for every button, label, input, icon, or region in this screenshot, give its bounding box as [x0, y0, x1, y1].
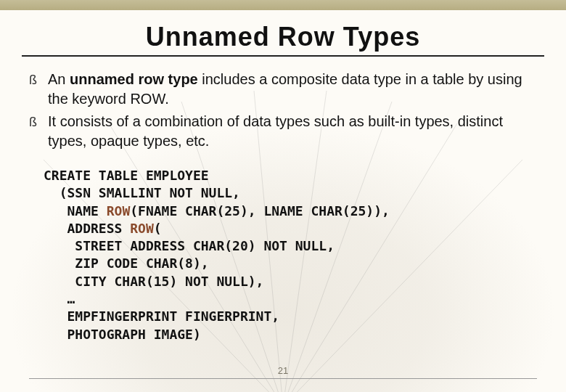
title-underline	[22, 55, 544, 57]
page-number: 21	[0, 365, 566, 376]
bullet-list: ß An unnamed row type includes a composi…	[22, 70, 544, 151]
bullet-arrow-icon: ß	[29, 71, 37, 89]
bullet-item: ß It consists of a combination of data t…	[29, 112, 537, 151]
bullet-text: It consists of a combination of data typ…	[48, 113, 503, 149]
bottom-rule	[29, 378, 537, 379]
code-block: CREATE TABLE EMPLOYEE (SSN SMALLINT NOT …	[22, 167, 544, 343]
bullet-arrow-icon: ß	[29, 113, 37, 131]
slide-content: Unnamed Row Types ß An unnamed row type …	[0, 0, 566, 343]
bullet-item: ß An unnamed row type includes a composi…	[29, 70, 537, 109]
bullet-text: An unnamed row type includes a composite…	[48, 71, 522, 107]
slide-title: Unnamed Row Types	[22, 22, 544, 52]
